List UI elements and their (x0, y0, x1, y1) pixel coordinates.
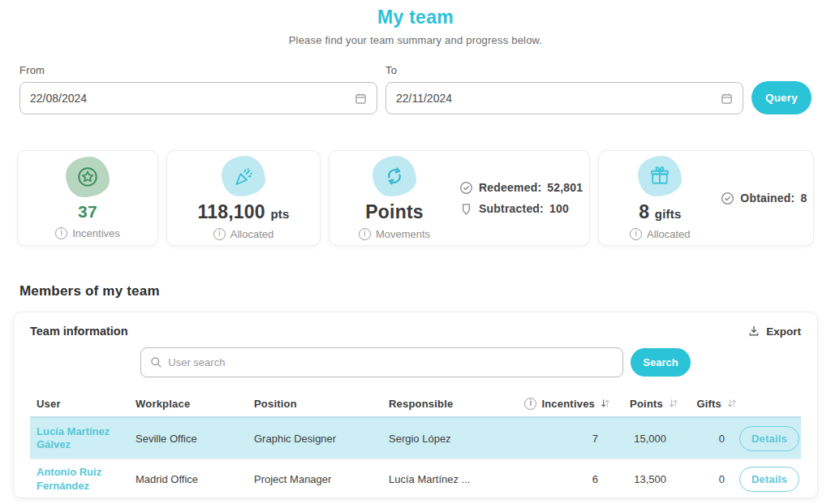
actions-cell: Details (739, 467, 799, 492)
allocated-label-row: i Allocated (213, 228, 273, 240)
incentives-label: Incentives (72, 227, 120, 239)
actions-cell: Details (739, 426, 799, 451)
allocated-points-card: 118,100 pts i Allocated (166, 150, 321, 246)
column-gifts[interactable]: Gifts (681, 398, 739, 410)
table-row[interactable]: Lucía Martínez Gálvez Seville Office Gra… (30, 418, 801, 459)
points-cell: 15,000 (613, 433, 681, 445)
obtained-label: Obtained: (740, 192, 794, 205)
gifts-stats: Obtained: 8 (721, 192, 813, 205)
gifts-label: Allocated (647, 228, 690, 240)
to-label: To (385, 64, 743, 76)
obtained-line: Obtained: 8 (721, 192, 807, 205)
from-date-input[interactable]: 22/08/2024 (19, 82, 377, 114)
column-incentives[interactable]: i Incentives (510, 398, 613, 410)
subtracted-label: Subtracted: (479, 202, 544, 215)
points-movements-stats: Redeemed: 52,801 Subtracted: 100 (459, 181, 589, 216)
allocated-points-value: 118,100 (198, 201, 265, 222)
movements-label-row: i Movements (359, 228, 430, 240)
search-box[interactable] (140, 347, 623, 377)
members-section-title: Members of my team (19, 283, 812, 299)
gifts-cell: 0 (681, 473, 739, 485)
confetti-icon (222, 156, 265, 196)
sort-icon[interactable] (726, 398, 738, 409)
incentives-value: 37 (78, 203, 97, 221)
search-input[interactable] (168, 356, 614, 368)
gifts-left: 8 gifts i Allocated (599, 156, 721, 239)
table-row[interactable]: Antonio Ruiz Fernández Madrid Office Pro… (30, 459, 801, 499)
incentives-cell: 6 (510, 473, 613, 485)
check-circle-icon (459, 181, 473, 195)
panel-header: Team information Export (30, 325, 801, 338)
details-button[interactable]: Details (739, 426, 799, 451)
from-date-value: 22/08/2024 (30, 92, 87, 105)
check-circle-icon (721, 192, 734, 205)
search-icon (150, 356, 162, 368)
calendar-icon[interactable] (721, 93, 733, 105)
panel-title: Team information (30, 325, 128, 338)
from-label: From (19, 64, 377, 76)
info-icon: i (55, 227, 67, 239)
points-movements-left: Points i Movements (329, 156, 459, 239)
subtracted-line: Subtracted: 100 (459, 202, 583, 216)
column-points-label: Points (630, 398, 663, 410)
movements-label: Movements (376, 228, 430, 240)
to-field: To 22/11/2024 (385, 64, 743, 114)
responsible-cell: Lucía Martínez ... (389, 473, 510, 485)
responsible-cell: Sergio López (389, 433, 510, 445)
column-incentives-label: Incentives (541, 398, 595, 410)
column-gifts-label: Gifts (696, 398, 721, 410)
team-information-panel: Team information Export Search User Work… (13, 312, 818, 498)
points-cell: 13,500 (613, 473, 681, 485)
team-table: User Workplace Position Responsible i In… (30, 390, 801, 499)
column-responsible: Responsible (389, 398, 510, 410)
to-date-input[interactable]: 22/11/2024 (385, 82, 743, 114)
gifts-label-row: i Allocated (630, 228, 690, 240)
gifts-value-row: 8 gifts (639, 202, 681, 222)
gifts-unit: gifts (655, 207, 682, 221)
export-label: Export (766, 325, 801, 338)
query-button[interactable]: Query (751, 81, 812, 114)
info-icon: i (213, 228, 226, 240)
my-team-page: My team Please find your team summary an… (0, 0, 831, 504)
redeemed-line: Redeemed: 52,801 (459, 181, 583, 195)
gift-icon (638, 156, 682, 196)
redeemed-label: Redeemed: (479, 181, 541, 194)
page-header: My team Please find your team summary an… (0, 6, 831, 46)
star-badge-icon (66, 157, 110, 197)
sort-icon[interactable] (600, 398, 611, 409)
redeemed-value: 52,801 (547, 181, 583, 194)
incentives-cell: 7 (510, 433, 613, 445)
search-button[interactable]: Search (631, 348, 690, 377)
subtracted-value: 100 (549, 202, 569, 215)
column-points[interactable]: Points (613, 398, 681, 410)
sync-arrows-icon (372, 156, 416, 196)
to-date-value: 22/11/2024 (396, 92, 452, 105)
user-name-link[interactable]: Lucía Martínez Gálvez (37, 425, 136, 452)
column-workplace: Workplace (136, 398, 254, 410)
workplace-cell: Seville Office (136, 433, 254, 445)
gifts-cell: 0 (681, 433, 739, 445)
details-button[interactable]: Details (739, 467, 799, 492)
workplace-cell: Madrid Office (136, 473, 254, 485)
points-movements-card: Points i Movements Redeemed: 52,801 Subt… (329, 150, 590, 246)
allocated-points-unit: pts (270, 207, 289, 221)
calendar-icon[interactable] (355, 93, 367, 105)
position-cell: Project Manager (254, 473, 389, 485)
stats-cards: 37 i Incentives 118,100 pts i Allocated … (0, 150, 831, 246)
incentives-label-row: i Incentives (55, 227, 120, 239)
sort-icon[interactable] (668, 398, 679, 409)
user-name-link[interactable]: Antonio Ruiz Fernández (37, 466, 136, 493)
column-position: Position (254, 398, 389, 410)
search-row: Search (30, 347, 801, 377)
page-title: My team (0, 6, 831, 28)
export-button[interactable]: Export (747, 325, 801, 338)
gifts-card: 8 gifts i Allocated Obtained: 8 (598, 150, 814, 246)
from-field: From 22/08/2024 (19, 64, 377, 114)
allocated-points-value-row: 118,100 pts (198, 202, 290, 222)
date-filters: From 22/08/2024 To 22/11/2024 Query (0, 64, 831, 114)
obtained-value: 8 (800, 192, 807, 205)
download-icon (747, 325, 760, 338)
table-header-row: User Workplace Position Responsible i In… (30, 390, 801, 418)
page-subtitle: Please find your team summary and progre… (0, 34, 831, 46)
allocated-label: Allocated (230, 228, 273, 240)
